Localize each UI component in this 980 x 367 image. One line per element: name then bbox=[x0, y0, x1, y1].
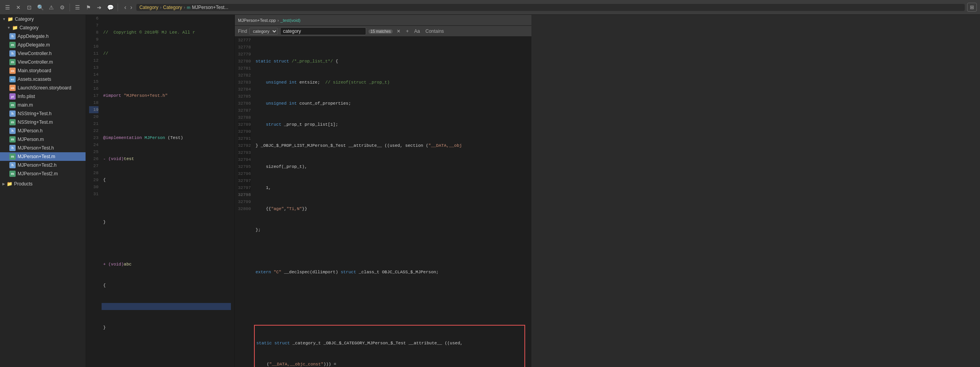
right-line-numbers: 32777 32778 32779 32780 32781 32782 3278… bbox=[235, 37, 254, 367]
rline-32777: static struct /*_prop_list_t*/ { bbox=[254, 58, 525, 65]
search-input[interactable] bbox=[280, 27, 366, 35]
breadcrumb-sep2: › bbox=[184, 5, 185, 10]
sidebar-item-main-storyboard[interactable]: sb Main.storyboard bbox=[0, 66, 86, 75]
grid-button[interactable]: ⊞ bbox=[967, 3, 977, 12]
sidebar-root-label: Category bbox=[15, 16, 34, 22]
file-icon-storyboard: sb bbox=[9, 68, 16, 74]
code-line-17: + (void)abc bbox=[102, 261, 231, 268]
file-icon-h: h bbox=[9, 50, 16, 57]
contains-button[interactable]: Contains bbox=[424, 28, 445, 34]
rline-32786 bbox=[254, 248, 525, 255]
sidebar-item-mjperson-m[interactable]: m MJPerson.m bbox=[0, 135, 86, 144]
rline-32783: 1, bbox=[254, 184, 525, 191]
sidebar-item-assets[interactable]: xc Assets.xcassets bbox=[0, 75, 86, 84]
sidebar-item-mjperson-h[interactable]: h MJPerson.h bbox=[0, 126, 86, 135]
category-triangle-icon: ▼ bbox=[7, 26, 11, 30]
sidebar-item-nsstring-m[interactable]: m NSString+Test.m bbox=[0, 118, 86, 126]
sidebar-item-mjpersontest2-h[interactable]: h MJPerson+Test2.h bbox=[0, 161, 86, 169]
find-label: Find bbox=[238, 29, 247, 34]
code-line-12: - (void)test bbox=[102, 155, 231, 162]
close-icon[interactable]: ✕ bbox=[14, 3, 23, 12]
sidebar-category-label: Category bbox=[20, 25, 39, 30]
sidebar-item-label: AppDelegate.h bbox=[18, 34, 48, 39]
add-search-button[interactable]: + bbox=[404, 28, 410, 34]
separator-1 bbox=[70, 4, 70, 11]
sidebar-products-group[interactable]: ▶ 📁 Products bbox=[0, 180, 86, 188]
list-icon[interactable]: ☰ bbox=[73, 3, 82, 12]
right-code-content: static struct /*_prop_list_t*/ { unsigne… bbox=[254, 37, 531, 367]
rline-32778: unsigned int entsize; // sizeof(struct _… bbox=[254, 79, 525, 86]
file-icon-h2: h bbox=[9, 110, 16, 117]
sidebar-item-main-m[interactable]: m main.m bbox=[0, 101, 86, 109]
rline-32780: struct _prop_t prop_list[1]; bbox=[254, 121, 525, 128]
case-sensitive-button[interactable]: Aa bbox=[413, 28, 422, 34]
sidebar-item-mjpersontest-m[interactable]: m MJPerson+Test.m bbox=[0, 152, 86, 161]
breadcrumb-category2[interactable]: Category bbox=[163, 5, 182, 10]
search-type-dropdown[interactable]: category bbox=[249, 28, 278, 35]
close-search-button[interactable]: ✕ bbox=[395, 28, 402, 34]
flag-icon[interactable]: ⚑ bbox=[84, 3, 93, 12]
sidebar-item-nsstring-h[interactable]: h NSString+Test.h bbox=[0, 109, 86, 118]
right-breadcrumb-fn: _test(void) bbox=[281, 18, 300, 23]
sidebar-item-mjpersontest-h[interactable]: h MJPerson+Test.h bbox=[0, 144, 86, 152]
code-line-7: // bbox=[102, 50, 231, 57]
bubble-icon[interactable]: 💬 bbox=[106, 3, 114, 12]
right-breadcrumb-sep: › bbox=[277, 18, 279, 23]
breadcrumb-category1[interactable]: Category bbox=[139, 5, 159, 10]
sidebar-item-label: MJPerson.m bbox=[18, 137, 44, 142]
breadcrumb-file[interactable]: MJPerson+Test... bbox=[192, 5, 228, 10]
file-icon-xcassets: xc bbox=[9, 76, 16, 82]
sidebar-item-label: MJPerson+Test.m bbox=[18, 154, 55, 159]
sidebar-item-appdelegate-h[interactable]: h AppDelegate.h bbox=[0, 32, 86, 41]
sidebar-item-label: MJPerson+Test2.m bbox=[18, 171, 58, 176]
sidebar-item-viewcontroller-h[interactable]: h ViewController.h bbox=[0, 49, 86, 58]
search-toolbar-icon[interactable]: 🔍 bbox=[36, 3, 45, 12]
sidebar-item-viewcontroller-m[interactable]: m ViewController.m bbox=[0, 58, 86, 66]
sidebar-toggle-icon[interactable]: ☰ bbox=[3, 3, 12, 12]
file-icon-m3: m bbox=[9, 119, 16, 125]
right-code-container: 32777 32778 32779 32780 32781 32782 3278… bbox=[235, 37, 531, 367]
file-icon-h4: h bbox=[9, 145, 16, 151]
file-icon-m: m bbox=[9, 42, 16, 48]
forward-button[interactable]: › bbox=[129, 3, 134, 12]
sidebar-item-launchscreen[interactable]: sb LaunchScreen.storyboard bbox=[0, 84, 86, 92]
code-line-19 bbox=[102, 303, 231, 310]
sidebar-root-group[interactable]: ▼ 📁 Category bbox=[0, 15, 86, 23]
sidebar-category-group[interactable]: ▼ 📁 Category bbox=[0, 23, 86, 32]
rline-32788 bbox=[254, 290, 525, 297]
sidebar-item-label: ViewController.m bbox=[18, 59, 53, 65]
match-count-badge: 15 matches bbox=[368, 29, 393, 34]
file-icon-h5: h bbox=[9, 162, 16, 168]
sidebar-item-label: AppDelegate.m bbox=[18, 42, 50, 48]
code-line-10 bbox=[102, 113, 231, 120]
sidebar-item-appdelegate-m[interactable]: m AppDelegate.m bbox=[0, 41, 86, 49]
arrow-icon[interactable]: ➜ bbox=[95, 3, 104, 12]
warning-icon[interactable]: ⚠ bbox=[47, 3, 55, 12]
products-folder-icon: 📁 bbox=[7, 181, 13, 187]
sidebar-item-label: ViewController.h bbox=[18, 51, 52, 56]
back-button[interactable]: ‹ bbox=[123, 3, 128, 12]
sidebar-item-label: NSString+Test.h bbox=[18, 111, 52, 116]
file-icon-m2: m bbox=[9, 102, 16, 108]
toolbar: ☰ ✕ ⊡ 🔍 ⚠ ⚙ ☰ ⚑ ➜ 💬 ‹ › Category › Categ… bbox=[0, 0, 980, 15]
breadcrumb-type-m: m bbox=[187, 5, 190, 10]
main-content: ▼ 📁 Category ▼ 📁 Category h AppDelegate.… bbox=[0, 15, 980, 367]
sidebar-item-mjpersontest2-m[interactable]: m MJPerson+Test2.m bbox=[0, 169, 86, 178]
code-content: // Copyright © 2018年 MJ Lee. All r // #i… bbox=[102, 15, 234, 367]
file-icon-m6: m bbox=[9, 171, 16, 177]
sidebar: ▼ 📁 Category ▼ 📁 Category h AppDelegate.… bbox=[0, 15, 86, 367]
rline-32782: sizeof(_prop_t), bbox=[254, 163, 525, 170]
sidebar-item-label: MJPerson.h bbox=[18, 128, 43, 134]
code-line-13: { bbox=[102, 176, 231, 184]
file-icon-m4: m bbox=[9, 136, 16, 143]
code-line-21 bbox=[102, 345, 231, 352]
sidebar-products-label: Products bbox=[14, 181, 32, 187]
code-container: 6 7 8 9 10 11 12 13 14 15 16 17 18 19 20… bbox=[86, 15, 234, 367]
rline-32790: ("__DATA,__objc_const"))) = bbox=[255, 361, 524, 367]
rline-32789: static struct _category_t _OBJC_$_CATEGO… bbox=[255, 340, 524, 347]
sidebar-item-info-plist[interactable]: pl Info.plist bbox=[0, 92, 86, 101]
right-breadcrumb-file: MJPerson+Test.cpp bbox=[238, 18, 276, 23]
right-toolbar: MJPerson+Test.cpp › _test(void) bbox=[235, 15, 531, 26]
hierarchy-icon[interactable]: ⊡ bbox=[25, 3, 34, 12]
settings-icon[interactable]: ⚙ bbox=[58, 3, 66, 12]
